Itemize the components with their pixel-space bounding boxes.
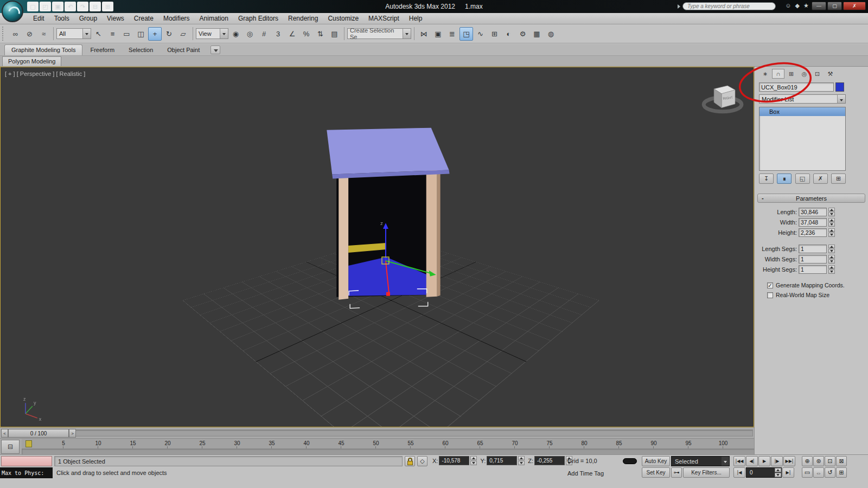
ribbon-options-button[interactable] — [210, 46, 220, 54]
motion-tab[interactable]: ◎ — [798, 69, 810, 79]
zoom-icon[interactable]: ⊕ — [802, 456, 813, 466]
spinner-control[interactable] — [518, 456, 525, 465]
add-time-tag[interactable]: Add Time Tag — [567, 470, 604, 477]
next-key-button[interactable]: ▶| — [782, 467, 794, 478]
project-folder-icon[interactable]: ⊟ — [90, 2, 101, 11]
maximize-viewport-icon[interactable]: ⊞ — [836, 467, 847, 478]
coordinate-field[interactable]: 0,715 — [487, 456, 517, 465]
modifier-stack-item[interactable]: Box — [760, 107, 845, 116]
select-and-move-icon[interactable]: + — [148, 27, 162, 41]
spinner-control[interactable] — [828, 218, 835, 227]
object-color-swatch[interactable] — [835, 82, 844, 92]
zoom-all-icon[interactable]: ⊛ — [813, 456, 824, 466]
spinner-control[interactable] — [775, 468, 781, 477]
polygon-modeling-panel-tab[interactable]: Polygon Modeling — [2, 56, 61, 66]
favorites-icon[interactable]: ★ — [803, 2, 809, 9]
modify-tab[interactable]: ∩ — [772, 69, 784, 79]
key-filters-button[interactable]: Key Filters... — [683, 467, 730, 478]
set-key-button[interactable]: Set Key — [642, 467, 670, 478]
snap-toggle-3d-icon[interactable]: 3 — [271, 27, 285, 41]
parameter-value-field[interactable]: 2,236 — [799, 228, 827, 237]
selection-lock-toggle[interactable] — [405, 456, 415, 466]
ribbon-tab[interactable]: Selection — [122, 45, 159, 55]
spinner-control[interactable] — [828, 265, 835, 274]
current-frame-marker[interactable] — [25, 440, 32, 447]
parameter-value-field[interactable]: 1 — [799, 265, 827, 274]
use-pivot-center-icon[interactable]: ◉ — [229, 27, 242, 41]
select-and-manipulate-icon[interactable]: ◎ — [243, 27, 257, 41]
curve-editor-icon[interactable]: ∿ — [474, 27, 487, 41]
spinner-control[interactable] — [828, 245, 835, 253]
checkbox[interactable] — [767, 292, 773, 298]
close-button[interactable]: ✗ — [843, 2, 866, 10]
reference-coordinate-dropdown[interactable]: View — [196, 28, 228, 39]
key-filter-scope-dropdown[interactable]: Selected — [671, 456, 730, 466]
subscription-center-icon[interactable]: ◆ — [795, 2, 800, 9]
parameter-value-field[interactable]: 1 — [799, 245, 827, 253]
make-unique-icon[interactable]: ◱ — [795, 174, 810, 184]
mini-curve-editor-button[interactable]: ⊟ — [1, 440, 20, 454]
coordinate-field[interactable]: -10,578 — [439, 456, 469, 465]
perspective-viewport[interactable]: [ + ] [ Perspective ] [ Realistic ] — [0, 67, 754, 427]
menu-item[interactable]: Edit — [28, 14, 49, 23]
menu-item[interactable]: Modifiers — [158, 14, 195, 23]
spinner-control[interactable] — [470, 456, 477, 465]
show-end-result-icon[interactable]: ∎ — [777, 174, 792, 184]
previous-frame-button[interactable]: ◀| — [746, 456, 758, 466]
maximize-button[interactable]: ▢ — [827, 2, 842, 10]
status-panel-toggle-icon[interactable] — [623, 458, 637, 464]
edit-named-selection-sets-icon[interactable]: ▤ — [328, 27, 341, 41]
spinner-control[interactable] — [828, 228, 835, 237]
zoom-region-icon[interactable]: ▭ — [802, 467, 813, 478]
spinner-control[interactable] — [828, 208, 835, 216]
select-by-name-icon[interactable]: ≡ — [106, 27, 119, 41]
save-file-icon[interactable]: ▣ — [52, 2, 63, 11]
current-frame-field[interactable]: 0 — [746, 467, 782, 478]
undo-icon[interactable]: ↶ — [65, 2, 76, 11]
create-tab[interactable]: ∗ — [759, 69, 771, 79]
menu-item[interactable]: Create — [129, 14, 158, 23]
keyboard-override-icon[interactable]: # — [257, 27, 271, 41]
previous-frame-arrow[interactable]: < — [1, 429, 8, 438]
menu-item[interactable]: Views — [102, 14, 129, 23]
open-file-icon[interactable]: ◰ — [40, 2, 51, 11]
window-crossing-icon[interactable]: ◫ — [134, 27, 148, 41]
modifier-list-dropdown[interactable]: Modifier List — [759, 94, 846, 104]
go-to-start-button[interactable]: |◀◀ — [733, 456, 745, 466]
3dsmax-logo[interactable] — [2, 1, 23, 22]
viewport-label[interactable]: [ + ] [ Perspective ] [ Realistic ] — [5, 70, 85, 77]
time-slider[interactable]: < 0 / 100 > — [0, 427, 754, 438]
hierarchy-tab[interactable]: ⊞ — [785, 69, 797, 79]
display-tab[interactable]: ⊡ — [811, 69, 824, 79]
select-object-icon[interactable]: ↖ — [92, 27, 105, 41]
parameter-value-field[interactable]: 30,846 — [799, 208, 827, 216]
checkbox[interactable]: ✓ — [767, 282, 773, 288]
checkbox-row[interactable]: Real-World Map Size — [757, 290, 865, 300]
percent-snap-icon[interactable]: % — [299, 27, 313, 41]
redo-icon[interactable]: ↷ — [77, 2, 88, 11]
minimize-button[interactable]: — — [812, 2, 826, 10]
set-keys-icon[interactable]: ⊶ — [671, 467, 682, 478]
ribbon-tab[interactable]: Object Paint — [161, 45, 206, 55]
menu-item[interactable]: Rendering — [283, 14, 323, 23]
menu-item[interactable]: MAXScript — [363, 14, 404, 23]
menu-item[interactable]: Help — [404, 14, 427, 23]
ribbon-tab[interactable]: Freeform — [84, 45, 121, 55]
search-input[interactable] — [682, 2, 776, 10]
layer-manager-icon[interactable]: ≣ — [445, 27, 459, 41]
play-button[interactable]: ▶ — [758, 456, 770, 466]
search-history-icon[interactable] — [678, 4, 680, 9]
workspace-icon[interactable]: ⊞ — [102, 2, 113, 11]
selection-region-icon[interactable]: ▭ — [120, 27, 133, 41]
zoom-extents-all-icon[interactable]: ⊠ — [836, 456, 847, 466]
time-slider-handle[interactable]: 0 / 100 — [8, 429, 69, 438]
zoom-extents-icon[interactable]: ⊡ — [825, 456, 835, 466]
communication-center-icon[interactable]: ☺ — [785, 2, 791, 9]
timeline-ruler[interactable]: 5101520253035404550556065707580859095100 — [22, 439, 754, 449]
rendered-frame-icon[interactable]: ▦ — [530, 27, 544, 41]
named-selection-set-combo[interactable]: Create Selection Se — [347, 28, 411, 39]
auto-key-button[interactable]: Auto Key — [642, 456, 670, 466]
checkbox-row[interactable]: ✓ Generate Mapping Coords. — [757, 280, 865, 290]
pin-stack-icon[interactable]: ↧ — [759, 174, 774, 184]
new-scene-icon[interactable]: ▢ — [27, 2, 39, 11]
